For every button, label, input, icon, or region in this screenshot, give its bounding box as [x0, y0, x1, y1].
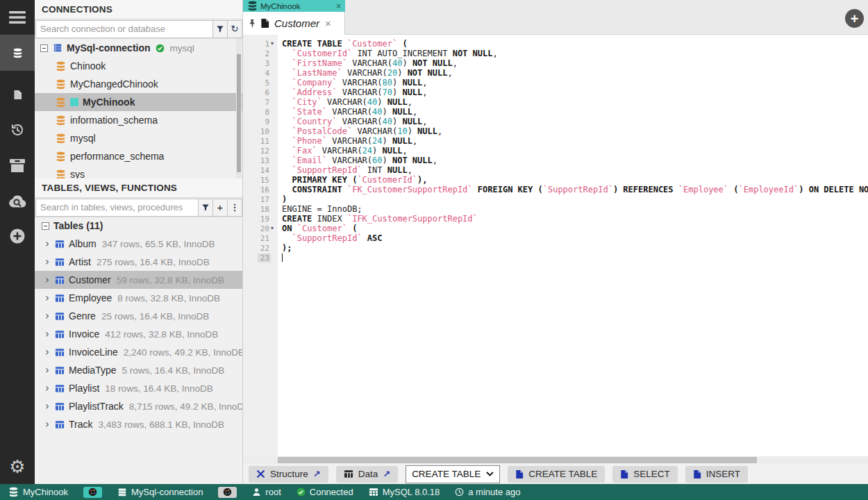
- editor-line[interactable]: 20▾ON `Customer` (: [243, 224, 868, 233]
- tab-close-icon[interactable]: ×: [325, 17, 331, 29]
- editor-line[interactable]: 19CREATE INDEX `IFK_CustomerSupportRepId…: [243, 214, 868, 224]
- editor-horizontal-scrollbar[interactable]: [243, 456, 868, 464]
- connections-filter-button[interactable]: [213, 20, 228, 38]
- editor-line[interactable]: 10 `PostalCode` VARCHAR(10) NULL,: [243, 126, 868, 136]
- activity-history-button[interactable]: [0, 118, 35, 142]
- activity-file-button[interactable]: [0, 83, 35, 106]
- tables-menu-button[interactable]: ⋮: [228, 199, 242, 217]
- editor-line[interactable]: 14 `SupportRepId` INT NULL,: [243, 165, 868, 175]
- fold-arrow-icon[interactable]: ▾: [271, 40, 278, 47]
- database-row-sys[interactable]: sys: [35, 165, 242, 178]
- database-row-MyChangedChinook[interactable]: MyChangedChinook: [35, 75, 242, 93]
- chevron-right-icon[interactable]: ›: [43, 420, 51, 428]
- status-server-item[interactable]: MySql-connection: [117, 487, 203, 497]
- sql-editor[interactable]: 1▾CREATE TABLE `Customer` (2 `CustomerId…: [243, 35, 868, 456]
- expander-icon[interactable]: [42, 222, 49, 230]
- status-database-item[interactable]: MyChinook: [8, 487, 68, 497]
- editor-line[interactable]: 9 `Country` VARCHAR(40) NULL,: [243, 117, 868, 126]
- activity-menu-button[interactable]: [0, 6, 35, 29]
- chevron-right-icon[interactable]: ›: [43, 312, 51, 320]
- table-row-Employee[interactable]: ›Employee8 rows, 32.8 KB, InnoDB: [35, 289, 242, 307]
- connections-search-input[interactable]: [35, 20, 213, 38]
- activity-cloud-search-button[interactable]: [0, 189, 35, 212]
- chevron-right-icon[interactable]: ›: [43, 276, 51, 284]
- editor-line[interactable]: 2 `CustomerId` INT AUTO_INCREMENT NOT NU…: [243, 49, 868, 58]
- select-button[interactable]: SELECT: [612, 466, 678, 483]
- activity-database-button[interactable]: [0, 35, 35, 71]
- table-row-Track[interactable]: ›Track3,483 rows, 688.1 KB, InnoDB: [35, 415, 242, 433]
- settings-gear-button[interactable]: ⚙: [0, 458, 35, 476]
- editor-line[interactable]: 23: [243, 253, 868, 262]
- status-check-item[interactable]: Connected: [297, 487, 353, 497]
- status-clock-item[interactable]: a minute ago: [455, 487, 520, 497]
- table-row-Playlist[interactable]: ›Playlist18 rows, 16.4 KB, InnoDB: [35, 379, 242, 397]
- table-row-Album[interactable]: ›Album347 rows, 65.5 KB, InnoDB: [35, 235, 242, 253]
- color-palette-badge[interactable]: [83, 487, 102, 498]
- insert-button[interactable]: INSERT: [685, 466, 748, 483]
- chevron-right-icon[interactable]: ›: [43, 402, 51, 410]
- chevron-right-icon[interactable]: ›: [43, 384, 51, 392]
- editor-line[interactable]: 4 `LastName` VARCHAR(20) NOT NULL,: [243, 68, 868, 78]
- structure-button[interactable]: Structure↗: [249, 466, 328, 483]
- database-row-performance_schema[interactable]: performance_schema: [35, 147, 242, 165]
- create-table-button[interactable]: CREATE TABLE: [508, 466, 605, 483]
- editor-line[interactable]: 1▾CREATE TABLE `Customer` (: [243, 39, 868, 49]
- chevron-right-icon[interactable]: ›: [43, 258, 51, 266]
- chevron-right-icon[interactable]: ›: [43, 348, 51, 356]
- connection-row[interactable]: MySql-connectionmysql: [35, 39, 242, 57]
- chevron-right-icon[interactable]: ›: [43, 366, 51, 374]
- fold-arrow-icon[interactable]: ▾: [271, 225, 278, 232]
- database-row-mysql[interactable]: mysql: [35, 129, 242, 147]
- editor-line[interactable]: 17): [243, 194, 868, 204]
- editor-line[interactable]: 22);: [243, 243, 868, 253]
- editor-line[interactable]: 5 `Company` VARCHAR(80) NULL,: [243, 78, 868, 88]
- table-icon: [55, 420, 65, 429]
- table-row-Invoice[interactable]: ›Invoice412 rows, 32.8 KB, InnoDB: [35, 325, 242, 343]
- chevron-right-icon[interactable]: ›: [43, 330, 51, 338]
- new-connection-button[interactable]: +: [845, 9, 864, 28]
- connections-refresh-button[interactable]: ↻: [228, 20, 242, 38]
- tab-group-mychinook[interactable]: MyChinook ×: [243, 0, 345, 12]
- database-row-Chinook[interactable]: Chinook: [35, 57, 242, 75]
- status-person-item[interactable]: root: [252, 487, 281, 497]
- tab-group-close-icon[interactable]: ×: [336, 1, 341, 11]
- table-row-Customer[interactable]: ›Customer59 rows, 32.8 KB, InnoDB: [35, 271, 242, 289]
- database-row-MyChinook[interactable]: MyChinook: [35, 93, 242, 111]
- data-button[interactable]: Data↗: [336, 466, 398, 483]
- editor-line[interactable]: 16 CONSTRAINT `FK_CustomerSupportRepId` …: [243, 185, 868, 194]
- tables-add-button[interactable]: +: [213, 199, 228, 217]
- editor-line[interactable]: 3 `FirstName` VARCHAR(40) NOT NULL,: [243, 58, 868, 68]
- table-row-PlaylistTrack[interactable]: ›PlaylistTrack8,715 rows, 49.2 KB, InnoD…: [35, 397, 242, 415]
- database-row-information_schema[interactable]: information_schema: [35, 111, 242, 129]
- chevron-right-icon[interactable]: ›: [43, 240, 51, 248]
- editor-line[interactable]: 15 PRIMARY KEY (`CustomerId`),: [243, 175, 868, 185]
- sql-template-select[interactable]: CREATE TABLE: [406, 465, 500, 483]
- table-row-Artist[interactable]: ›Artist275 rows, 16.4 KB, InnoDB: [35, 253, 242, 271]
- tab-customer[interactable]: Customer ×: [243, 12, 345, 35]
- table-meta: 8,715 rows, 49.2 KB, InnoDB: [129, 401, 242, 412]
- editor-line[interactable]: 11 `Phone` VARCHAR(24) NULL,: [243, 136, 868, 146]
- status-grid-item[interactable]: MySQL 8.0.18: [369, 487, 440, 497]
- editor-line[interactable]: 12 `Fax` VARCHAR(24) NULL,: [243, 146, 868, 156]
- scrollbar-thumb[interactable]: [278, 457, 757, 463]
- editor-line[interactable]: 21 `SupportRepId` ASC: [243, 233, 868, 243]
- editor-line[interactable]: 8 `State` VARCHAR(40) NULL,: [243, 107, 868, 117]
- file-icon: [13, 90, 22, 100]
- chevron-right-icon[interactable]: ›: [43, 294, 51, 302]
- pin-icon[interactable]: [249, 19, 256, 28]
- editor-line[interactable]: 13 `Email` VARCHAR(60) NOT NULL,: [243, 156, 868, 165]
- tables-group-row[interactable]: Tables (11): [35, 217, 242, 235]
- activity-plus-circle-button[interactable]: [0, 224, 35, 248]
- connections-scrollbar[interactable]: [236, 39, 242, 178]
- expander-icon[interactable]: [40, 44, 48, 52]
- color-palette-badge[interactable]: [218, 487, 237, 498]
- editor-line[interactable]: 7 `City` VARCHAR(40) NULL,: [243, 97, 868, 107]
- table-row-Genre[interactable]: ›Genre25 rows, 16.4 KB, InnoDB: [35, 307, 242, 325]
- activity-archive-button[interactable]: [0, 153, 35, 177]
- editor-line[interactable]: 6 `Address` VARCHAR(70) NULL,: [243, 88, 868, 97]
- table-row-MediaType[interactable]: ›MediaType5 rows, 16.4 KB, InnoDB: [35, 361, 242, 379]
- tables-search-input[interactable]: [35, 199, 199, 217]
- tables-filter-button[interactable]: [199, 199, 213, 217]
- editor-line[interactable]: 18ENGINE = InnoDB;: [243, 204, 868, 214]
- table-row-InvoiceLine[interactable]: ›InvoiceLine2,240 rows, 49.2 KB, InnoDB: [35, 343, 242, 361]
